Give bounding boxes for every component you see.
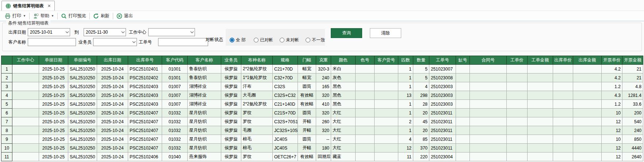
table-cell[interactable]: SAL2510250 <box>68 82 97 91</box>
table-cell[interactable]: C32S+70S1 <box>273 117 298 126</box>
table-cell[interactable] <box>356 100 375 109</box>
table-cell[interactable] <box>528 135 553 144</box>
table-cell[interactable]: SAL2510250 <box>68 109 97 117</box>
table-cell[interactable] <box>553 91 573 100</box>
table-cell[interactable]: JC32S+10S <box>273 126 298 135</box>
refresh-button[interactable]: 刷新 <box>91 12 112 20</box>
table-row[interactable]: 52025-10-25SAL25102502025-10-24PSC251024… <box>1 100 643 109</box>
table-cell[interactable]: 2025-10-24 <box>97 126 128 135</box>
table-cell[interactable]: PSC25102406 <box>128 152 162 161</box>
table-cell[interactable]: 21 <box>622 74 643 82</box>
column-header[interactable]: 色号 <box>356 56 375 65</box>
table-cell[interactable]: 幅宽 <box>298 65 316 74</box>
table-row[interactable]: 62025-10-25SAL25102502025-10-24PSC251024… <box>1 109 643 117</box>
table-cell[interactable] <box>528 91 553 100</box>
table-cell[interactable] <box>12 91 39 100</box>
table-cell[interactable] <box>573 109 602 117</box>
table-cell[interactable] <box>456 135 470 144</box>
radio-all[interactable]: 全 部 <box>230 37 246 43</box>
table-cell[interactable]: 棉毛 <box>241 144 273 152</box>
table-cell[interactable] <box>12 82 39 91</box>
table-cell[interactable]: SAL2510250 <box>68 65 97 74</box>
table-cell[interactable] <box>507 117 528 126</box>
table-cell[interactable]: 2*2氨纶罗纹 <box>241 100 273 109</box>
table-cell[interactable] <box>470 144 507 152</box>
column-header[interactable]: 工单金额 <box>528 56 553 65</box>
table-cell[interactable]: 罗纹 <box>241 109 273 117</box>
table-cell[interactable]: 2025-10-25 <box>39 74 68 82</box>
table-cell[interactable] <box>12 65 39 74</box>
customer-input[interactable] <box>28 38 76 46</box>
table-cell[interactable]: 251023003 <box>429 91 456 100</box>
table-cell[interactable] <box>528 144 553 152</box>
table-cell[interactable]: 2025-10-24 <box>97 117 128 126</box>
table-cell[interactable] <box>507 135 528 144</box>
table-row[interactable]: 22025-10-25SAL25102502025-10-24PSC251024… <box>1 74 643 82</box>
table-row[interactable]: 102025-10-25SAL25102502025-10-24PSC25102… <box>1 144 643 152</box>
table-cell[interactable]: 251023003 <box>429 82 456 91</box>
table-cell[interactable]: 20 <box>413 109 429 117</box>
chevron-down-icon[interactable] <box>131 41 137 43</box>
table-cell[interactable] <box>470 109 507 117</box>
table-cell[interactable] <box>12 152 39 161</box>
table-cell[interactable]: 12 <box>602 144 622 152</box>
table-cell[interactable]: SAL2510250 <box>68 135 97 144</box>
table-cell[interactable] <box>573 135 602 144</box>
table-cell[interactable] <box>528 152 553 161</box>
table-cell[interactable]: 藏蓝 <box>331 152 356 161</box>
table-cell[interactable] <box>553 74 573 82</box>
table-cell[interactable] <box>356 65 375 74</box>
table-cell[interactable]: C32S <box>273 82 298 91</box>
table-row[interactable]: 112025-10-25SAL25102502025-10-24PSC25102… <box>1 152 643 161</box>
table-cell[interactable]: 45 <box>413 117 429 126</box>
table-cell[interactable]: 12 <box>602 117 622 126</box>
column-header[interactable]: 出库单号 <box>128 56 162 65</box>
column-header[interactable]: 客户名称 <box>188 56 221 65</box>
table-cell[interactable]: 2025-10-24 <box>97 100 128 109</box>
table-cell[interactable] <box>375 65 398 74</box>
table-cell[interactable]: 开幅 <box>298 144 316 152</box>
table-cell[interactable]: 01007 <box>162 82 188 91</box>
table-cell[interactable]: 240 <box>622 126 643 135</box>
column-header[interactable]: 规格 <box>273 56 298 65</box>
table-cell[interactable]: 165 <box>316 82 331 91</box>
table-cell[interactable]: 2025-10-24 <box>97 135 128 144</box>
query-button[interactable]: 查询 <box>331 28 362 38</box>
table-cell[interactable]: 2 <box>398 117 413 126</box>
table-cell[interactable]: 大红 <box>331 117 356 126</box>
table-cell[interactable] <box>553 126 573 135</box>
table-cell[interactable]: 2025-10-25 <box>39 152 68 161</box>
table-cell[interactable]: 侯梦旋 <box>221 117 241 126</box>
print-preview-button[interactable]: 打印预览 <box>58 12 89 20</box>
table-cell[interactable] <box>573 144 602 152</box>
row-number-header[interactable] <box>1 56 12 65</box>
table-cell[interactable]: 240 <box>316 74 331 82</box>
column-header[interactable]: 出库单价 <box>553 56 573 65</box>
table-cell[interactable] <box>456 144 470 152</box>
table-cell[interactable]: 4.2 <box>602 74 622 82</box>
table-cell[interactable]: 2025-10-24 <box>97 109 128 117</box>
table-cell[interactable] <box>573 74 602 82</box>
table-cell[interactable]: SAL2510250 <box>68 126 97 135</box>
table-cell[interactable] <box>507 144 528 152</box>
table-cell[interactable]: 燕来服饰 <box>188 152 221 161</box>
table-cell[interactable] <box>456 100 470 109</box>
table-cell[interactable] <box>507 152 528 161</box>
table-cell[interactable]: 星月纺织 <box>188 135 221 144</box>
work-order-input[interactable] <box>158 38 208 46</box>
table-cell[interactable]: 4.3 <box>602 91 622 100</box>
table-cell[interactable]: SAL2510250 <box>68 117 97 126</box>
table-cell[interactable] <box>507 65 528 74</box>
table-cell[interactable]: 01007 <box>162 91 188 100</box>
table-cell[interactable] <box>375 135 398 144</box>
table-cell[interactable] <box>573 117 602 126</box>
table-cell[interactable]: PSC25102407 <box>128 109 162 117</box>
table-cell[interactable] <box>456 74 470 82</box>
table-cell[interactable]: 开幅 <box>298 117 316 126</box>
table-cell[interactable]: 星月纺织 <box>188 126 221 135</box>
table-cell[interactable]: 有效幅 <box>298 152 316 161</box>
table-cell[interactable] <box>12 100 39 109</box>
column-header[interactable]: 工单号 <box>429 56 456 65</box>
table-cell[interactable]: 2*2氨纶罗纹 <box>241 65 273 74</box>
table-cell[interactable] <box>356 109 375 117</box>
